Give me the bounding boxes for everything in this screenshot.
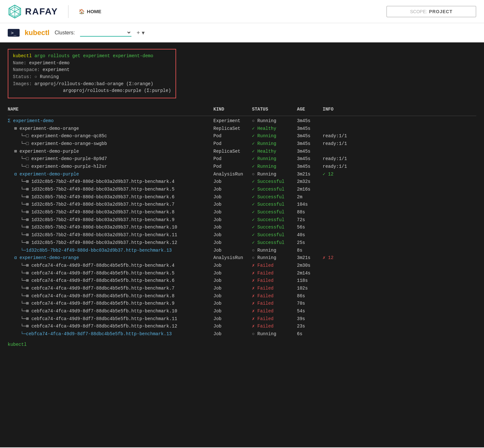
row-name: └─⊞ 1d32c8b5-7bb2-4f49-880d-bbc03a2d9b37… (8, 232, 213, 239)
row-status: ✓ Successful (252, 186, 297, 193)
meta-name-line: Name: experiment-demo (13, 60, 171, 67)
row-age: 86s (297, 293, 323, 300)
row-name: └─⊞ cebfca74-4fca-49d9-8df7-88dbc4b5e5fb… (8, 293, 213, 300)
row-age: 2m14s (297, 270, 323, 277)
table-row: └─⊞ 1d32c8b5-7bb2-4f49-880d-bbc03a2d9b37… (8, 216, 476, 224)
row-status: ✗ Failed (252, 270, 297, 277)
table-row: └─⊞ 1d32c8b5-7bb2-4f49-880d-bbc03a2d9b37… (8, 239, 476, 247)
row-kind: Job (213, 285, 252, 292)
row-age: 3m45s (297, 163, 323, 170)
row-age: 23s (297, 323, 323, 330)
row-age: 118s (297, 277, 323, 284)
table-row: └─cebfca74-4fca-49d9-8df7-88dbc4b5e5fb.h… (8, 330, 476, 338)
row-status: ✓ Healthy (252, 148, 297, 155)
row-age: 88s (297, 209, 323, 216)
cmd-experiment: experiment (83, 53, 112, 58)
meta-name-val: experiment-demo (29, 60, 69, 66)
row-name: α experiment-demo-purple (8, 171, 213, 178)
row-age: 3m21s (297, 171, 323, 178)
meta-images-val1: argoproj/rollouts-demo:bad-orange (Σ:ora… (34, 81, 153, 86)
cluster-select[interactable] (80, 29, 131, 37)
cmd-rollouts: rollouts (48, 53, 72, 58)
row-name: └─⊞ cebfca74-4fca-49d9-8df7-88dbc4b5e5fb… (8, 300, 213, 307)
row-status: ✗ Failed (252, 293, 297, 300)
row-name: └─⊞ cebfca74-4fca-49d9-8df7-88dbc4b5e5fb… (8, 285, 213, 292)
cmd-experiment-demo: experiment-demo (113, 53, 153, 58)
row-kind: Job (213, 300, 252, 307)
row-kind: AnalysisRun (213, 171, 252, 178)
header-divider (68, 5, 68, 18)
logo-text: RAFAY (25, 6, 58, 17)
row-name: └─⊞ cebfca74-4fca-49d9-8df7-88dbc4b5e5fb… (8, 323, 213, 330)
row-kind: Job (213, 178, 252, 185)
row-name[interactable]: Σ experiment-demo (8, 118, 213, 125)
row-name: └─⊞ 1d32c8b5-7bb2-4f49-880d-bbc03a2d9b37… (8, 194, 213, 201)
row-name: └─⊞ 1d32c8b5-7bb2-4f49-880d-bbc03a2d9b37… (8, 201, 213, 208)
row-kind: Job (213, 201, 252, 208)
row-kind: Job (213, 209, 252, 216)
meta-ns-line: Namespace: experiment (13, 67, 171, 74)
row-info: ready:1/1 (323, 133, 361, 140)
row-age: 40s (297, 232, 323, 239)
table-row: α experiment-demo-orange AnalysisRun ○ R… (8, 254, 476, 262)
row-status: ✓ Successful (252, 232, 297, 239)
table-row: └─⊞ cebfca74-4fca-49d9-8df7-88dbc4b5e5fb… (8, 262, 476, 270)
kubectl-badge: >_ (8, 29, 20, 37)
table-row: α experiment-demo-purple AnalysisRun ○ R… (8, 171, 476, 178)
row-name: └─⊞ cebfca74-4fca-49d9-8df7-88dbc4b5e5fb… (8, 308, 213, 315)
row-name: └─⊞ 1d32c8b5-7bb2-4f49-880d-bbc03a2d9b37… (8, 186, 213, 193)
meta-images-line: Images: argoproj/rollouts-demo:bad-orang… (13, 81, 171, 88)
col-name: NAME (8, 106, 213, 113)
row-kind: Job (213, 270, 252, 277)
row-kind: Job (213, 186, 252, 193)
row-name: └─⊞ cebfca74-4fca-49d9-8df7-88dbc4b5e5fb… (8, 316, 213, 323)
meta-images-key: Images: (13, 81, 34, 86)
row-age: 39s (297, 316, 323, 323)
row-kind: AnalysisRun (213, 255, 252, 262)
scope-button[interactable]: SCOPE: PROJECT (386, 6, 476, 17)
row-info: ✓ 12 (323, 171, 361, 178)
row-status: ✗ Failed (252, 262, 297, 269)
table-row: └─⊞ 1d32c8b5-7bb2-4f49-880d-bbc03a2d9b37… (8, 224, 476, 231)
row-status: ✓ Successful (252, 217, 297, 224)
tree-table: NAME KIND STATUS AGE INFO Σ experiment-d… (8, 105, 476, 338)
row-name: α experiment-demo-orange (8, 255, 213, 262)
table-row: └─⊞ 1d32c8b5-7bb2-4f49-880d-bbc03a2d9b37… (8, 231, 476, 239)
row-age: 102s (297, 285, 323, 292)
meta-images-line2: argoproj/rollouts-demo:purple (Σ:purple) (13, 87, 171, 94)
table-row: ⊞ experiment-demo-purple ReplicaSet ✓ He… (8, 148, 476, 156)
kubectl-title: kubectl (25, 29, 49, 37)
row-kind: Job (213, 224, 252, 231)
col-kind: KIND (213, 106, 252, 113)
row-kind: Job (213, 293, 252, 300)
row-age: 3m21s (297, 255, 323, 262)
table-row: └─⊞ 1d32c8b5-7bb2-4f49-880d-bbc03a2d9b37… (8, 178, 476, 186)
row-age: 2m32s (297, 178, 323, 185)
add-cluster-button[interactable]: + ▾ (137, 29, 145, 36)
table-row: └─⊞ 1d32c8b5-7bb2-4f49-880d-bbc03a2d9b37… (8, 201, 476, 209)
col-info: INFO (323, 106, 361, 113)
table-row: └─□ experiment-demo-orange-qc85c Pod ✓ R… (8, 132, 476, 140)
row-age: 2m30s (297, 262, 323, 269)
table-row: └─⊞ cebfca74-4fca-49d9-8df7-88dbc4b5e5fb… (8, 277, 476, 285)
row-name: └─⊞ 1d32c8b5-7bb2-4f49-880d-bbc03a2d9b37… (8, 239, 213, 246)
col-age: AGE (297, 106, 323, 113)
col-status: STATUS (252, 106, 297, 113)
row-age: 25s (297, 239, 323, 246)
row-name: ⊞ experiment-demo-purple (8, 148, 213, 155)
row-age: 2m (297, 194, 323, 201)
rafay-logo-icon (8, 4, 22, 19)
row-status: ✓ Successful (252, 178, 297, 185)
row-status: ✗ Failed (252, 277, 297, 284)
row-status: ✓ Healthy (252, 125, 297, 132)
row-status: ✗ Failed (252, 323, 297, 330)
home-label: HOME (87, 9, 101, 14)
table-row: └─⊞ 1d32c8b5-7bb2-4f49-880d-bbc03a2d9b37… (8, 186, 476, 193)
home-link[interactable]: 🏠 HOME (79, 9, 101, 14)
meta-status-circle: ○ (34, 74, 40, 79)
cmd-kubectl: kubectl (13, 53, 34, 58)
row-info: ✗ 12 (323, 255, 361, 262)
row-kind: Pod (213, 133, 252, 140)
scope-value: PROJECT (429, 9, 453, 14)
row-age: 3m45s (297, 133, 323, 140)
